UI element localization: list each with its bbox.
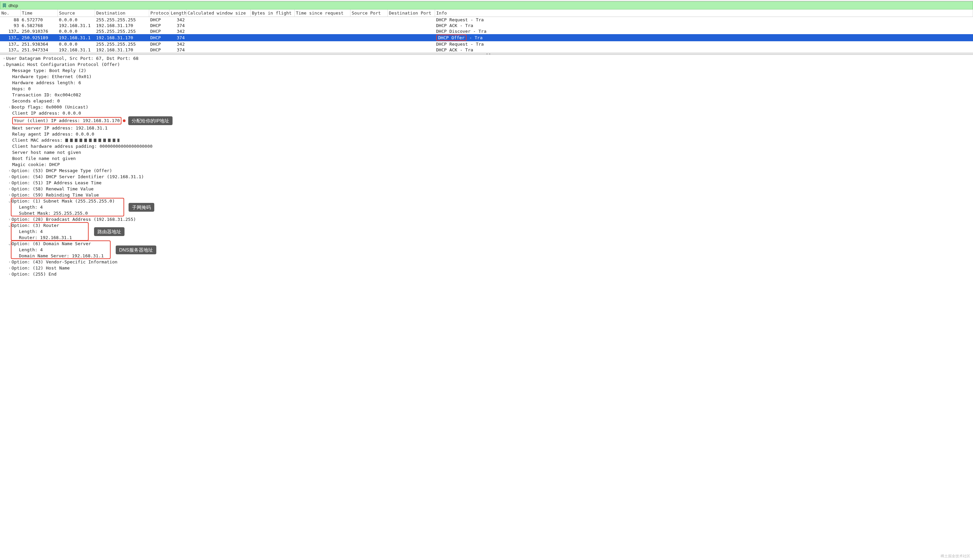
cell: 137… — [0, 41, 20, 47]
cell — [250, 41, 294, 47]
cell: 255.255.255.255 — [95, 17, 149, 23]
display-filter-input[interactable] — [8, 3, 76, 8]
cell — [250, 23, 294, 28]
col-time-since-request[interactable]: Time since request — [294, 10, 350, 17]
packet-details-pane[interactable]: › User Datagram Protocol, Src Port: 67, … — [0, 55, 973, 281]
col-destination-port[interactable]: Destination Port — [387, 10, 435, 17]
opt3-len-row[interactable]: Length: 4 路由器地址 — [0, 228, 973, 235]
display-filter-bar[interactable] — [0, 2, 973, 10]
detail-text: Hardware type: Ethernet (0x01) — [12, 74, 92, 80]
hw-type-row[interactable]: Hardware type: Ethernet (0x01) — [0, 74, 973, 80]
bookmark-icon — [2, 3, 7, 7]
cell — [186, 17, 250, 23]
cell: DHCP — [149, 28, 169, 34]
cell-info: DHCP Request - Tra — [435, 17, 973, 23]
cell: DHCP — [149, 34, 169, 41]
col-destination[interactable]: Destination — [95, 10, 149, 17]
opt28-row[interactable]: ›Option: (28) Broadcast Address (192.168… — [0, 217, 973, 223]
opt1-len-row[interactable]: Length: 4 子网掩码 — [0, 204, 973, 210]
cell: 0.0.0.0 — [57, 41, 95, 47]
detail-text: Message type: Boot Reply (2) — [12, 68, 86, 74]
cell: DHCP — [149, 47, 169, 53]
col-time[interactable]: Time — [20, 10, 57, 17]
yiaddr-row[interactable]: Your (client) IP address: 192.168.31.170… — [0, 116, 973, 125]
col-source[interactable]: Source — [57, 10, 95, 17]
cell: DHCP — [149, 17, 169, 23]
connector-dot — [123, 119, 125, 122]
packet-list-table[interactable]: No. Time Source Destination Protocol Len… — [0, 10, 973, 53]
detail-text: Client IP address: 0.0.0.0 — [12, 110, 81, 116]
cell — [294, 41, 350, 47]
secs-row[interactable]: Seconds elapsed: 0 — [0, 98, 973, 104]
opt6-val-row[interactable]: Domain Name Server: 192.168.31.1 — [0, 253, 973, 259]
magic-row[interactable]: Magic cookie: DHCP — [0, 162, 973, 168]
chaddr-row[interactable]: Client MAC address: — [0, 137, 973, 143]
opt1-val-row[interactable]: Subnet Mask: 255.255.255.0 — [0, 210, 973, 217]
cell: 255.255.255.255 — [95, 41, 149, 47]
detail-text: Option: (51) IP Address Lease Time — [12, 180, 102, 186]
col-bytes-in-flight[interactable]: Bytes in flight — [250, 10, 294, 17]
ciaddr-row[interactable]: Client IP address: 0.0.0.0 — [0, 110, 973, 116]
col-length[interactable]: Length — [169, 10, 186, 17]
opt53-row[interactable]: ›Option: (53) DHCP Message Type (Offer) — [0, 168, 973, 174]
opt54-row[interactable]: ›Option: (54) DHCP Server Identifier (19… — [0, 174, 973, 180]
opt43-row[interactable]: ›Option: (43) Vendor-Specific Informatio… — [0, 259, 973, 265]
detail-text: Option: (54) DHCP Server Identifier (192… — [12, 174, 144, 180]
opt12-row[interactable]: ›Option: (12) Host Name — [0, 265, 973, 271]
callout-yiaddr: 分配给你的IP地址 — [128, 116, 172, 125]
col-source-port[interactable]: Source Port — [350, 10, 387, 17]
detail-text: Hops: 0 — [12, 86, 31, 92]
cell: 0.0.0.0 — [57, 28, 95, 34]
chpad-row[interactable]: Client hardware address padding: 0000000… — [0, 143, 973, 150]
cell: 342 — [169, 17, 186, 23]
detail-text: Hardware address length: 6 — [12, 80, 81, 86]
txid-row[interactable]: Transaction ID: 0xc004c082 — [0, 92, 973, 98]
cell: 93 — [0, 23, 20, 28]
detail-text: Option: (1) Subnet Mask (255.255.255.0) — [12, 198, 115, 204]
udp-row[interactable]: › User Datagram Protocol, Src Port: 67, … — [0, 55, 973, 62]
opt3-row[interactable]: ⌄Option: (3) Router — [0, 223, 973, 228]
cell: 374 — [169, 47, 186, 53]
opt6-len-row[interactable]: Length: 4 DNS服务器地址 — [0, 247, 973, 253]
table-row[interactable]: 137…250.9103760.0.0.0255.255.255.255DHCP… — [0, 28, 973, 34]
opt51-row[interactable]: ›Option: (51) IP Address Lease Time — [0, 180, 973, 186]
hops-row[interactable]: Hops: 0 — [0, 86, 973, 92]
giaddr-row[interactable]: Relay agent IP address: 0.0.0.0 — [0, 131, 973, 137]
detail-text: Your (client) IP address: 192.168.31.170 — [14, 118, 120, 123]
opt3-val-row[interactable]: Router: 192.168.31.1 — [0, 235, 973, 241]
detail-text: Option: (3) Router — [12, 223, 59, 228]
col-info[interactable]: Info — [435, 10, 973, 17]
table-row[interactable]: 886.5727700.0.0.0255.255.255.255DHCP342D… — [0, 17, 973, 23]
detail-text: Option: (58) Renewal Time Value — [12, 186, 94, 192]
table-row[interactable]: 936.582768192.168.31.1192.168.31.170DHCP… — [0, 23, 973, 28]
opt255-row[interactable]: ›Option: (255) End — [0, 271, 973, 277]
table-row[interactable]: 137…251.9383640.0.0.0255.255.255.255DHCP… — [0, 41, 973, 47]
msg-type-row[interactable]: Message type: Boot Reply (2) — [0, 68, 973, 74]
file-row[interactable]: Boot file name not given — [0, 155, 973, 162]
cell: 137… — [0, 47, 20, 53]
cell: 137… — [0, 34, 20, 41]
detail-text: Client hardware address padding: 0000000… — [12, 143, 153, 150]
col-calc-win[interactable]: Calculated window size — [186, 10, 250, 17]
table-row[interactable]: 137…250.925189192.168.31.1192.168.31.170… — [0, 34, 973, 41]
siaddr-row[interactable]: Next server IP address: 192.168.31.1 — [0, 125, 973, 131]
detail-text: Next server IP address: 192.168.31.1 — [12, 125, 108, 131]
hw-len-row[interactable]: Hardware address length: 6 — [0, 80, 973, 86]
cell — [350, 17, 387, 23]
opt59-row[interactable]: ›Option: (59) Rebinding Time Value — [0, 192, 973, 198]
detail-text: Option: (59) Rebinding Time Value — [12, 192, 99, 198]
col-protocol[interactable]: Protocol — [149, 10, 169, 17]
detail-text: Bootp flags: 0x0000 (Unicast) — [12, 104, 88, 110]
opt58-row[interactable]: ›Option: (58) Renewal Time Value — [0, 186, 973, 192]
redacted-mac — [65, 138, 119, 142]
dhcp-header-row[interactable]: ⌄ Dynamic Host Configuration Protocol (O… — [0, 62, 973, 68]
table-row[interactable]: 137…251.947334192.168.31.1192.168.31.170… — [0, 47, 973, 53]
cell — [294, 47, 350, 53]
sname-row[interactable]: Server host name not given — [0, 150, 973, 155]
cell: 374 — [169, 34, 186, 41]
packet-list-header[interactable]: No. Time Source Destination Protocol Len… — [0, 10, 973, 17]
cell: DHCP — [149, 41, 169, 47]
col-no[interactable]: No. — [0, 10, 20, 17]
detail-text: Seconds elapsed: 0 — [12, 98, 60, 104]
flags-row[interactable]: ›Bootp flags: 0x0000 (Unicast) — [0, 104, 973, 110]
